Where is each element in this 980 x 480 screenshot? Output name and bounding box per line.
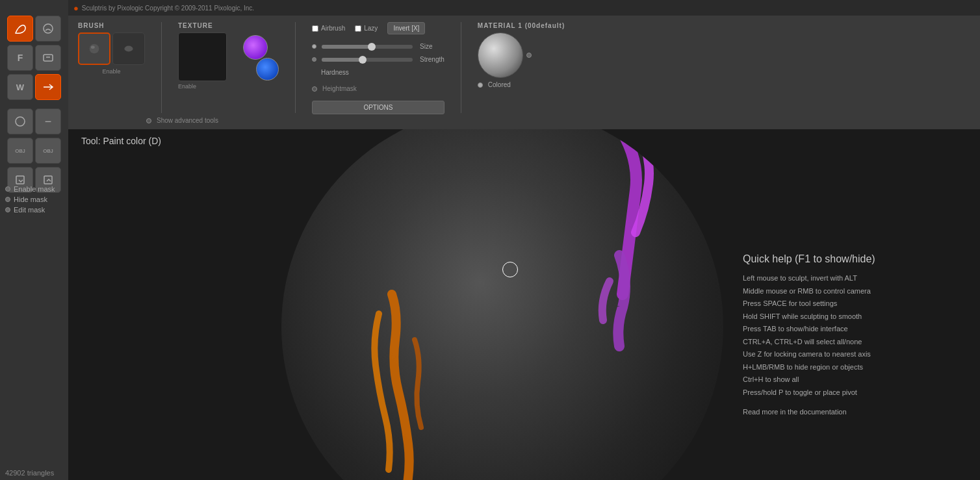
letter-tools-row: F xyxy=(7,45,61,71)
size-indicator xyxy=(312,44,316,49)
help-line-10 xyxy=(743,399,970,405)
background-color[interactable] xyxy=(256,58,279,81)
brush-options-top: Airbrush Lazy Invert [X] xyxy=(312,22,445,34)
colored-radio[interactable] xyxy=(478,82,483,88)
app-title: Sculptris by Pixologic Copyright © 2009-… xyxy=(82,5,254,12)
help-line-0: Left mouse to sculpt, invert with ALT xyxy=(743,273,970,284)
w-tools-row: W xyxy=(7,74,61,100)
mask-panel: Enable mask Hide mask Edit mask xyxy=(5,185,55,214)
hide-mask-row[interactable]: Hide mask xyxy=(5,196,55,203)
texture-thumb[interactable] xyxy=(178,32,227,81)
brush-options: Airbrush Lazy Invert [X] Size Stre xyxy=(312,22,445,114)
hide-mask-label: Hide mask xyxy=(14,196,47,203)
help-line-4: Press TAB to show/hide interface xyxy=(743,323,970,335)
size-slider-thumb[interactable] xyxy=(368,43,376,51)
strength-slider-track[interactable] xyxy=(322,58,413,62)
help-line-11: Read more in the documentation xyxy=(743,407,970,418)
obj-import-btn[interactable]: OBJ xyxy=(7,138,33,164)
texture-section: TEXTURE Enable xyxy=(178,22,227,90)
brush-thumb-group: Enable xyxy=(78,32,145,75)
svg-point-6 xyxy=(91,46,95,49)
colored-label: Colored xyxy=(488,81,511,88)
brush-thumb-1[interactable] xyxy=(78,32,110,65)
brush-row-1 xyxy=(78,32,145,65)
material-section: MATERIAL 1 (00default) Colored xyxy=(478,22,565,88)
orange-strokes xyxy=(314,262,522,480)
size-label: Size xyxy=(420,43,432,50)
purple-strokes xyxy=(509,129,704,385)
app-logo: ● xyxy=(73,3,79,13)
scene-tools-row-1: − xyxy=(7,108,61,134)
sphere-btn[interactable] xyxy=(7,108,33,134)
help-lines: Left mouse to sculpt, invert with ALTMid… xyxy=(743,273,970,418)
strength-label: Strength xyxy=(420,56,445,63)
strength-slider-fill xyxy=(322,58,363,62)
material-sphere[interactable] xyxy=(478,32,523,78)
foreground-color[interactable] xyxy=(243,35,268,60)
size-slider-fill xyxy=(322,45,372,49)
brush-label: BRUSH xyxy=(78,22,105,29)
help-line-1: Middle mouse or RMB to control camera xyxy=(743,286,970,297)
brush-section: BRUSH Enab xyxy=(78,22,145,75)
material-label: MATERIAL 1 (00default) xyxy=(478,22,565,29)
left-sidebar: F W − OBJ OBJ xyxy=(0,0,68,480)
toolbar: BRUSH Enab xyxy=(68,16,980,129)
brush-thumbnails: Enable xyxy=(78,32,145,75)
lazy-input[interactable] xyxy=(355,25,361,32)
arrow-tool-btn[interactable] xyxy=(35,74,61,100)
edit-mask-label: Edit mask xyxy=(14,206,45,214)
colored-row: Colored xyxy=(478,81,511,88)
tool-info: Tool: Paint color (D) xyxy=(81,136,161,146)
size-slider-row: Size xyxy=(312,43,445,50)
lazy-label: Lazy xyxy=(364,25,378,32)
svg-point-2 xyxy=(16,117,25,126)
advanced-label: Show advanced tools xyxy=(157,117,218,124)
help-line-5: CTRL+A, CTRL+D will select all/none xyxy=(743,336,970,347)
advanced-dot xyxy=(146,118,151,123)
strength-slider-row: Strength xyxy=(312,56,445,63)
minus-btn[interactable]: − xyxy=(35,108,61,134)
svg-point-5 xyxy=(90,44,99,54)
strength-indicator xyxy=(312,57,316,62)
viewport-3d[interactable] xyxy=(281,129,723,480)
help-line-8: Ctrl+H to show all xyxy=(743,374,970,385)
color-picker-area[interactable] xyxy=(240,35,279,81)
enable-mask-row[interactable]: Enable mask xyxy=(5,185,55,193)
hardness-slider-row: Hardness xyxy=(312,69,445,76)
edit-mask-row[interactable]: Edit mask xyxy=(5,206,55,214)
strength-slider-thumb[interactable] xyxy=(359,56,367,64)
triangle-count: 42902 triangles xyxy=(5,469,54,477)
options-button[interactable]: OPTIONS xyxy=(312,101,445,114)
enable-mask-dot xyxy=(5,186,10,192)
brush-enable-row: Enable xyxy=(78,68,145,75)
svg-point-0 xyxy=(44,24,53,33)
heightmask-row: Heightmask xyxy=(312,85,445,92)
help-line-3: Hold SHIFT while sculpting to smooth xyxy=(743,311,970,322)
texture-label: TEXTURE xyxy=(178,22,213,29)
invert-button[interactable]: Invert [X] xyxy=(387,22,425,34)
size-slider-track[interactable] xyxy=(322,45,413,49)
divider-3 xyxy=(461,22,461,113)
quick-help-panel: Quick help (F1 to show/hide) Left mouse … xyxy=(743,253,970,425)
material-dot xyxy=(526,53,532,58)
show-advanced-tools[interactable]: Show advanced tools xyxy=(146,117,218,124)
heightmask-dot xyxy=(312,86,317,92)
lazy-checkbox[interactable]: Lazy xyxy=(355,25,378,32)
obj-export-btn[interactable]: OBJ xyxy=(35,138,61,164)
flatten-tool-btn[interactable] xyxy=(35,16,61,42)
texture-enable-row: Enable xyxy=(178,83,196,90)
f-tool-btn[interactable]: F xyxy=(7,45,33,71)
w-tool-btn[interactable]: W xyxy=(7,74,33,100)
mask-tool-btn[interactable] xyxy=(35,45,61,71)
airbrush-label: Airbrush xyxy=(321,25,345,32)
help-divider xyxy=(743,420,970,425)
help-line-7: H+LMB/RMB to hide region or objects xyxy=(743,362,970,373)
airbrush-checkbox[interactable]: Airbrush xyxy=(312,25,345,32)
brush-enable-label: Enable xyxy=(102,68,120,75)
airbrush-input[interactable] xyxy=(312,25,318,32)
divider-1 xyxy=(161,22,162,113)
bottom-status: 42902 triangles xyxy=(5,469,54,477)
brush-thumb-2[interactable] xyxy=(112,32,145,65)
sculpt-tool-btn[interactable] xyxy=(7,16,33,42)
help-line-9: Press/hold P to toggle or place pivot xyxy=(743,387,970,398)
